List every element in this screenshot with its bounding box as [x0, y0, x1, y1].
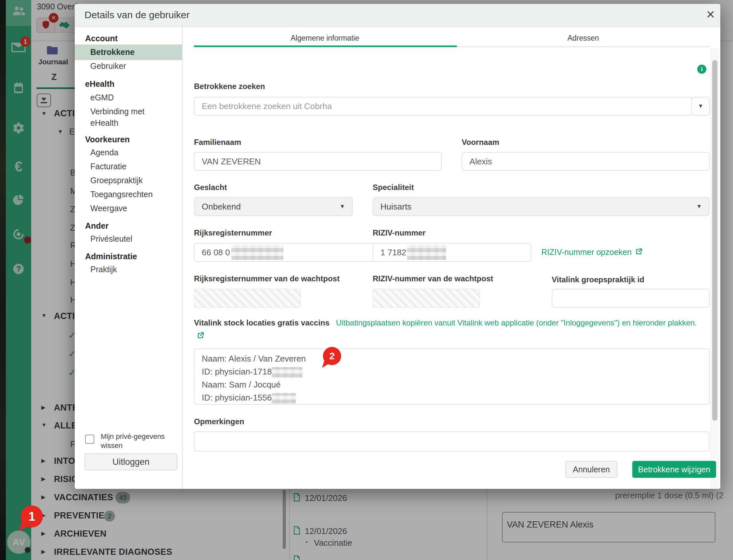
sidebar-item-verbinding-ehealth[interactable]: Verbinding met eHealth [90, 106, 168, 129]
sidebar-section-administratie: Administratie [85, 252, 137, 261]
redacted-blur [231, 245, 283, 260]
wachtpost-rijksregister-field-disabled [194, 289, 301, 308]
specialiteit-select[interactable]: Huisarts▼ [373, 197, 710, 216]
familienaam-label: Familienaam [194, 138, 241, 147]
redacted-blur [407, 245, 446, 260]
vitalink-stock-label: Vitalink stock locaties gratis vaccins [194, 318, 329, 327]
opmerkingen-textarea[interactable] [194, 431, 710, 452]
privacy-checkbox-label: Mijn privé-gegevens wissen [101, 432, 171, 450]
chevron-down-icon: ▼ [696, 203, 702, 210]
riziv-nummer-field[interactable]: 1 7182 [373, 243, 531, 262]
voornaam-field[interactable]: Alexis [462, 152, 710, 171]
logout-button[interactable]: Uitloggen [84, 453, 177, 470]
active-tab-underline [194, 45, 457, 47]
tab-adressen[interactable]: Adressen [505, 34, 661, 43]
voornaam-label: Voornaam [462, 138, 499, 147]
rijksregisternummer-label: Rijksregisternummer [194, 228, 272, 237]
search-input[interactable]: Een betrokkene zoeken uit Cobrha [194, 97, 692, 116]
sidebar-item-betrokkene[interactable]: Betrokkene [90, 47, 135, 57]
sidebar-item-praktijk[interactable]: Praktijk [90, 265, 117, 274]
dialog-sidebar-divider [182, 27, 183, 489]
familienaam-field[interactable]: VAN ZEVEREN [194, 152, 442, 171]
vitalink-groepspraktijk-field[interactable] [552, 289, 710, 308]
opmerkingen-label: Opmerkingen [194, 417, 244, 426]
user-details-dialog: Details van de gebruiker × Account Betro… [75, 4, 720, 489]
riziv-opzoeken-link[interactable]: RIZIV-nummer opzoeken [541, 248, 643, 257]
tab-algemene-informatie[interactable]: Algemene informatie [247, 34, 403, 43]
sidebar-item-weergave[interactable]: Weergave [90, 204, 127, 213]
sidebar-section-ander: Ander [85, 221, 109, 231]
redacted-blur [272, 367, 302, 377]
inactive-tab-underline [457, 46, 710, 47]
sidebar-section-ehealth: eHealth [85, 79, 114, 89]
sidebar-item-gebruiker[interactable]: Gebruiker [90, 61, 126, 71]
sidebar-item-toegangsrechten[interactable]: Toegangsrechten [90, 190, 153, 199]
vitalink-groepspraktijk-label: Vitalink groepspraktijk id [552, 275, 644, 284]
chevron-down-icon: ▼ [340, 203, 345, 210]
cancel-button[interactable]: Annuleren [565, 461, 617, 478]
vitalink-stock-textarea[interactable]: Naam: Alexis / Van Zeveren ID: physician… [194, 348, 710, 405]
search-label: Betrokkene zoeken [194, 82, 265, 91]
privacy-checkbox[interactable] [85, 435, 94, 444]
screen: 3090 Overij ✕ Journaal Z ▼ ACTI ▼ E B M … [0, 0, 733, 560]
external-link-icon [635, 248, 643, 257]
submit-button[interactable]: Betrokkene wijzigen [632, 461, 716, 478]
specialiteit-label: Specialiteit [373, 183, 414, 192]
close-icon[interactable]: × [706, 7, 715, 21]
dialog-title: Details van de gebruiker [84, 9, 190, 20]
annotation-marker-1: 1 [21, 505, 43, 528]
vitalink-copy-link[interactable]: Uitbatingsplaatsen kopiëren vanuit Vital… [336, 318, 697, 327]
wachtpost-rijksregister-label: Rijksregisternummer van de wachtpost [194, 274, 340, 283]
sidebar-item-privesleutel[interactable]: Privésleutel [90, 234, 132, 244]
external-link-icon[interactable] [197, 330, 204, 343]
geslacht-select[interactable]: Onbekend▼ [194, 197, 353, 216]
sidebar-section-voorkeuren: Voorkeuren [85, 135, 130, 144]
info-icon[interactable]: i [697, 65, 706, 74]
chevron-down-icon: ▼ [698, 103, 703, 109]
annotation-marker-2: 2 [323, 347, 341, 365]
sidebar-item-agenda[interactable]: Agenda [90, 148, 118, 157]
wachtpost-riziv-label: RIZIV-nummer van de wachtpost [373, 274, 493, 283]
sidebar-item-egmd[interactable]: eGMD [90, 93, 114, 102]
sidebar-item-facturatie[interactable]: Facturatie [90, 162, 126, 171]
search-dropdown-button[interactable]: ▼ [691, 97, 710, 116]
geslacht-label: Geslacht [194, 183, 227, 192]
dialog-scrollbar-thumb[interactable] [712, 60, 717, 421]
sidebar-section-account: Account [85, 34, 118, 43]
vitalink-stock-paragraph: Vitalink stock locaties gratis vaccins U… [194, 316, 699, 343]
redacted-blur [272, 393, 296, 403]
sidebar-item-groepspraktijk[interactable]: Groepspraktijk [90, 176, 143, 185]
wachtpost-riziv-field-disabled [373, 289, 480, 308]
riziv-nummer-label: RIZIV-nummer [373, 228, 426, 237]
